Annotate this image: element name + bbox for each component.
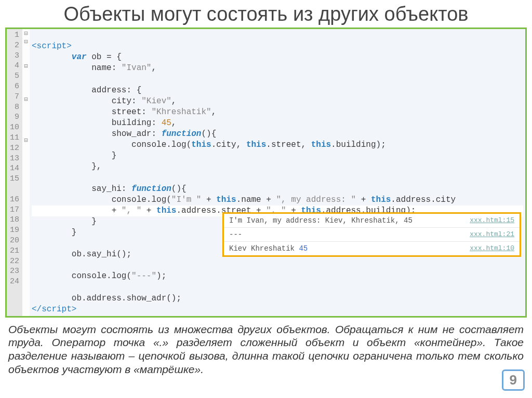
console-text: --- — [229, 230, 242, 239]
console-text: Kiev Khreshatik 45 — [229, 244, 308, 253]
console-source-link[interactable]: xxx.html:21 — [470, 230, 514, 239]
console-source-link[interactable]: xxx.html:10 — [470, 244, 514, 253]
code-text: <script> var ob = { name: "Ivan", addres… — [30, 29, 525, 316]
description-paragraph: Объекты могут состоять из множества друг… — [8, 323, 524, 376]
slide-title: Объекты могут состоять из других объекто… — [0, 0, 532, 28]
console-output: I'm Ivan, my address: Kiev, Khreshatik, … — [222, 212, 521, 257]
console-row: --- xxx.html:21 — [224, 228, 520, 242]
page-number: 9 — [502, 369, 525, 391]
console-source-link[interactable]: xxx.html:15 — [470, 216, 514, 225]
code-block-frame: 123456789101112131415 161718192021222324… — [5, 28, 527, 318]
line-number-gutter: 123456789101112131415 161718192021222324 — [7, 29, 22, 316]
console-row: Kiev Khreshatik 45 xxx.html:10 — [224, 242, 520, 255]
console-text: I'm Ivan, my address: Kiev, Khreshatik, … — [229, 216, 413, 225]
fold-column: ⊟⊟⊟⊟⊟ — [22, 29, 30, 316]
console-row: I'm Ivan, my address: Kiev, Khreshatik, … — [224, 214, 520, 228]
